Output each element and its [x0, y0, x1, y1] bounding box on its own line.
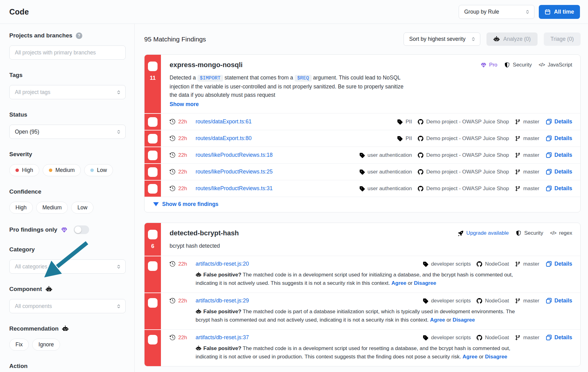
- details-link[interactable]: Details: [546, 261, 572, 267]
- github-icon: [418, 136, 423, 141]
- finding-row: 22h routes/dataExport.ts:61 PII Demo pro…: [145, 113, 580, 130]
- show-more-link[interactable]: Show more: [170, 101, 199, 108]
- history-icon: [170, 261, 175, 267]
- row-checkbox[interactable]: [148, 134, 158, 143]
- history-icon: [170, 169, 175, 175]
- category-select[interactable]: All categories: [9, 259, 126, 274]
- git-branch-icon: [515, 152, 521, 158]
- severity-pill-low[interactable]: Low: [84, 164, 113, 176]
- sort-select[interactable]: Sort by highest severity: [404, 32, 480, 46]
- finding-file-link[interactable]: artifacts/db-reset.js:29: [196, 297, 249, 304]
- filter-tags: Tags All project tags: [9, 71, 126, 99]
- details-link[interactable]: Details: [546, 152, 572, 158]
- recommendation-label: Recommendation: [9, 325, 58, 332]
- triage-button[interactable]: Triage (0): [544, 32, 581, 46]
- help-icon[interactable]: ?: [76, 32, 82, 39]
- pro-only-toggle[interactable]: [74, 225, 89, 234]
- confidence-pill-low[interactable]: Low: [71, 202, 93, 214]
- action-label: Action: [9, 362, 28, 370]
- filter-status: Status Open (95): [9, 111, 126, 139]
- tag-icon: [397, 136, 403, 141]
- finding-file-link[interactable]: artifacts/db-reset.js:37: [196, 334, 249, 341]
- finding-file-link[interactable]: artifacts/db-reset.js:20: [196, 261, 249, 267]
- recommendation-pill-fix[interactable]: Fix: [9, 339, 29, 351]
- details-link[interactable]: Details: [546, 169, 572, 175]
- row-checkbox[interactable]: [148, 151, 158, 160]
- row-checkbox[interactable]: [148, 117, 158, 127]
- details-link[interactable]: Details: [546, 297, 572, 304]
- top-bar: Code Group by Rule All time: [0, 0, 588, 24]
- status-label: Status: [9, 111, 27, 118]
- tag-icon: [423, 261, 428, 267]
- code-chip: $IMPORT: [197, 75, 223, 82]
- details-link[interactable]: Details: [546, 334, 572, 341]
- status-select[interactable]: Open (95): [9, 125, 126, 139]
- row-checkbox[interactable]: [148, 167, 158, 177]
- filter-severity: Severity High Medium Low: [9, 151, 126, 176]
- row-checkbox[interactable]: [148, 298, 158, 308]
- show-more-findings-link[interactable]: Show 6 more findings: [145, 197, 580, 212]
- git-branch-icon: [515, 261, 521, 267]
- confidence-pill-high[interactable]: High: [9, 202, 33, 214]
- group-by-select[interactable]: Group by Rule: [459, 5, 534, 19]
- disagree-link[interactable]: Disagree: [485, 354, 507, 360]
- github-icon: [418, 169, 423, 175]
- filter-category: Category All categories: [9, 246, 126, 274]
- rule-description: bcrypt hash detected: [170, 242, 408, 250]
- tag-label: developer scripts: [423, 298, 471, 304]
- agree-link[interactable]: Agree: [391, 280, 406, 286]
- time-range-button[interactable]: All time: [539, 5, 580, 19]
- severity-pill-medium[interactable]: Medium: [43, 164, 81, 176]
- severity-bar: [145, 147, 161, 163]
- tags-select[interactable]: All project tags: [9, 85, 126, 99]
- tag-icon: [359, 152, 365, 158]
- projects-label: Projects and branches: [9, 32, 72, 39]
- recommendation-pill-ignore[interactable]: Ignore: [32, 339, 60, 351]
- details-link[interactable]: Details: [546, 118, 572, 125]
- finding-file-link[interactable]: routes/dataExport.ts:61: [196, 118, 252, 125]
- chevron-updown-icon: [525, 10, 530, 14]
- branch-label: master: [515, 335, 539, 341]
- git-branch-icon: [515, 119, 521, 125]
- severity-pill-high[interactable]: High: [9, 164, 39, 176]
- gem-icon: [61, 227, 67, 233]
- row-checkbox[interactable]: [148, 335, 158, 344]
- robot-icon: [493, 36, 500, 42]
- rocket-icon: [458, 230, 464, 236]
- tag-label: developer scripts: [423, 261, 471, 267]
- tag-label: user authentication: [359, 152, 412, 158]
- finding-row: 22h artifacts/db-reset.js:29 developer s…: [145, 293, 580, 329]
- agree-link[interactable]: Agree: [462, 354, 477, 360]
- projects-input[interactable]: All projects with primary branches: [9, 45, 126, 60]
- pro-badge[interactable]: Pro: [481, 62, 497, 68]
- tag-label: developer scripts: [423, 335, 471, 341]
- calendar-icon: [545, 9, 551, 15]
- disagree-link[interactable]: Disagree: [414, 280, 436, 286]
- git-branch-icon: [515, 335, 521, 340]
- component-select[interactable]: All components: [9, 299, 126, 313]
- group-checkbox[interactable]: [148, 230, 158, 239]
- finding-row: 22h routes/likeProductReviews.ts:25 user…: [145, 163, 580, 180]
- finding-file-link[interactable]: routes/likeProductReviews.ts:31: [196, 185, 273, 192]
- row-checkbox[interactable]: [148, 261, 158, 271]
- finding-file-link[interactable]: routes/dataExport.ts:80: [196, 135, 252, 142]
- row-checkbox[interactable]: [148, 184, 158, 194]
- details-link[interactable]: Details: [546, 135, 572, 142]
- finding-file-link[interactable]: routes/likeProductReviews.ts:25: [196, 169, 273, 175]
- upgrade-available-link[interactable]: Upgrade available: [458, 230, 509, 236]
- shield-icon: [516, 230, 521, 236]
- details-link[interactable]: Details: [546, 185, 572, 192]
- severity-dot-medium: [49, 169, 52, 172]
- group-checkbox[interactable]: [148, 62, 158, 71]
- severity-bar: 6: [145, 223, 161, 256]
- finding-file-link[interactable]: routes/likeProductReviews.ts:18: [196, 152, 273, 158]
- confidence-pill-medium[interactable]: Medium: [36, 202, 68, 214]
- disagree-link[interactable]: Disagree: [453, 317, 475, 323]
- analyze-button[interactable]: Analyze (0): [486, 32, 538, 46]
- category-badge: Security: [504, 62, 532, 68]
- filter-recommendation: Recommendation Fix Ignore: [9, 325, 126, 351]
- window-icon: [546, 152, 552, 158]
- findings-main: 95 Matching Findings Sort by highest sev…: [135, 24, 588, 372]
- pro-label: Pro findings only: [9, 226, 57, 233]
- agree-link[interactable]: Agree: [430, 317, 445, 323]
